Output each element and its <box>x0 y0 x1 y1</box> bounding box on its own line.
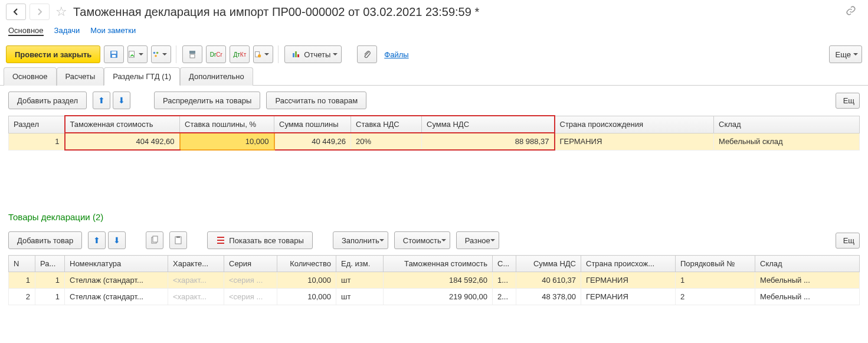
th-warehouse[interactable]: Склад <box>714 116 860 133</box>
goods-title: Товары декларации (2) <box>0 204 868 226</box>
show-all-label: Показать все товары <box>229 236 304 245</box>
misc-button[interactable]: Разное <box>456 231 499 249</box>
structure-button[interactable] <box>151 45 171 63</box>
th-char[interactable]: Характе... <box>168 256 224 272</box>
svg-rect-11 <box>293 53 294 57</box>
sections-more-button[interactable]: Ещ <box>836 93 860 109</box>
th-section[interactable]: Раздел <box>9 116 65 133</box>
th-n[interactable]: N <box>9 256 35 272</box>
cell-customs-value: 404 492,60 <box>65 133 180 150</box>
th-unit[interactable]: Ед. изм. <box>336 256 384 272</box>
post-close-button[interactable]: Провести и закрыть <box>6 45 100 63</box>
add-section-button[interactable]: Добавить раздел <box>8 92 87 109</box>
favorite-star-icon[interactable]: ☆ <box>53 4 70 19</box>
add-good-button[interactable]: Добавить товар <box>8 231 82 249</box>
tab-tasks[interactable]: Задачи <box>54 26 80 36</box>
subtab-main[interactable]: Основное <box>4 67 57 86</box>
drcr-button[interactable]: DrCr <box>206 45 226 63</box>
th-origin[interactable]: Страна происхож... <box>581 256 676 272</box>
svg-point-10 <box>258 54 261 57</box>
th-qty[interactable]: Количество <box>277 256 336 272</box>
recalc-button[interactable]: Рассчитать по товарам <box>266 92 366 109</box>
move-down-button[interactable]: ⬇ <box>113 92 130 109</box>
cell-section: 1 <box>9 133 65 150</box>
svg-rect-17 <box>176 236 180 238</box>
svg-rect-1 <box>112 51 116 54</box>
goods-move-up-button[interactable]: ⬆ <box>88 231 106 249</box>
table-row[interactable]: 1 1 Стеллаж (стандарт... <характ... <сер… <box>9 272 860 289</box>
post-button[interactable] <box>127 45 148 63</box>
copy-button[interactable] <box>146 231 163 249</box>
cell-duty-rate[interactable]: 10,000 <box>180 133 274 150</box>
tab-main[interactable]: Основное <box>8 26 44 36</box>
th-sec[interactable]: Ра... <box>35 256 65 272</box>
reports-button[interactable]: Отчеты <box>284 45 342 63</box>
cell-warehouse: Мебельный склад <box>714 133 860 150</box>
subtab-extra[interactable]: Дополнительно <box>180 67 253 86</box>
subtab-calc[interactable]: Расчеты <box>57 67 104 86</box>
fill-button[interactable]: Заполнить <box>333 231 388 249</box>
cost-button[interactable]: Стоимость <box>394 231 450 249</box>
files-link[interactable]: Файлы <box>381 50 412 59</box>
nav-back-button[interactable] <box>6 4 26 20</box>
reports-label: Отчеты <box>304 50 330 59</box>
show-all-button[interactable]: Показать все товары <box>207 231 313 249</box>
goods-more-button[interactable]: Ещ <box>836 233 860 249</box>
save-button[interactable] <box>104 45 124 63</box>
th-origin[interactable]: Страна происхождения <box>555 116 714 133</box>
print-button[interactable] <box>182 45 202 63</box>
th-vat-rate[interactable]: Ставка НДС <box>351 116 422 133</box>
table-row[interactable]: 1 404 492,60 10,000 40 449,26 20% 88 988… <box>9 133 860 150</box>
svg-rect-15 <box>153 236 158 242</box>
cell-origin: ГЕРМАНИЯ <box>555 133 714 150</box>
table-row[interactable]: 2 1 Стеллаж (стандарт... <характ... <сер… <box>9 289 860 305</box>
svg-point-4 <box>153 52 156 54</box>
th-duty-amount[interactable]: Сумма пошлины <box>274 116 351 133</box>
th-customs-value[interactable]: Таможенная стоимость <box>384 256 493 272</box>
goods-table: N Ра... Номенклатура Характе... Серия Ко… <box>8 255 860 305</box>
related-button[interactable] <box>253 45 273 63</box>
th-duty-rate[interactable]: Ставка пошлины, % <box>180 116 274 133</box>
svg-rect-13 <box>297 54 299 57</box>
svg-rect-2 <box>112 55 116 57</box>
svg-rect-7 <box>189 51 195 54</box>
distribute-button[interactable]: Распределить на товары <box>154 92 260 109</box>
subtab-sections[interactable]: Разделы ГТД (1) <box>104 67 180 86</box>
sections-table: Раздел Таможенная стоимость Ставка пошли… <box>8 115 860 151</box>
move-up-button[interactable]: ⬆ <box>93 92 110 109</box>
page-title: Таможенная декларация на импорт ПР00-000… <box>73 5 836 19</box>
cell-vat-amount: 88 988,37 <box>422 133 555 150</box>
svg-point-6 <box>155 55 158 57</box>
svg-point-5 <box>156 52 159 54</box>
goods-move-down-button[interactable]: ⬇ <box>108 231 126 249</box>
th-warehouse[interactable]: Склад <box>755 256 860 272</box>
link-icon[interactable] <box>840 5 862 18</box>
th-customs-value[interactable]: Таможенная стоимость <box>65 116 180 133</box>
cell-vat-rate: 20% <box>351 133 422 150</box>
nav-forward-button[interactable] <box>30 4 50 20</box>
th-rate[interactable]: С... <box>493 256 516 272</box>
attach-button[interactable] <box>357 45 377 63</box>
th-series[interactable]: Серия <box>224 256 277 272</box>
tab-notes[interactable]: Мои заметки <box>90 26 136 36</box>
svg-rect-8 <box>190 54 195 58</box>
th-order-num[interactable]: Порядковый № <box>676 256 755 272</box>
paste-button[interactable] <box>169 231 187 249</box>
th-vat-amount[interactable]: Сумма НДС <box>422 116 555 133</box>
cell-duty-amount: 40 449,26 <box>274 133 351 150</box>
more-button[interactable]: Еще <box>829 45 862 63</box>
th-nom[interactable]: Номенклатура <box>65 256 168 272</box>
th-vat-amount[interactable]: Сумма НДС <box>516 256 581 272</box>
svg-rect-12 <box>295 51 297 57</box>
dtkt-button[interactable]: ДтКт <box>230 45 250 63</box>
